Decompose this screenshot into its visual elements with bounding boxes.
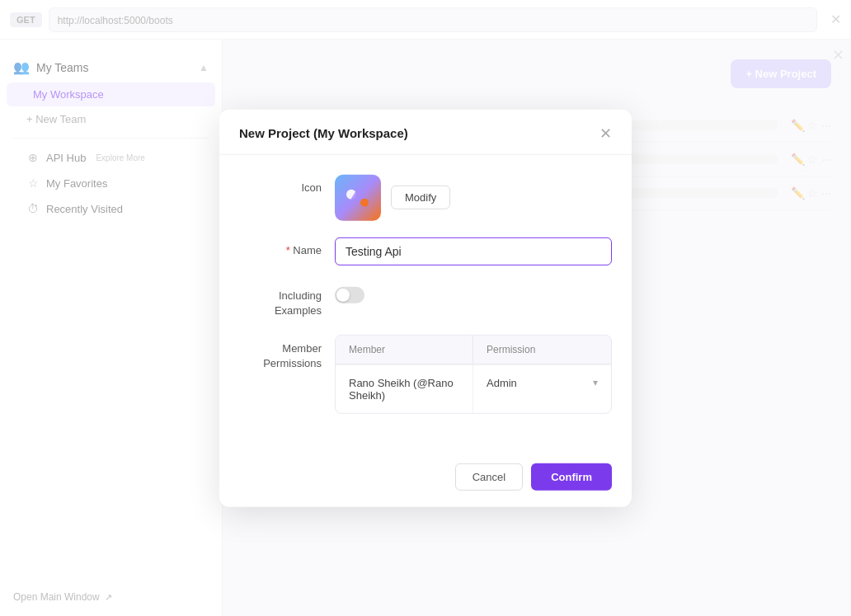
including-examples-row: IncludingExamples bbox=[239, 281, 612, 317]
icon-label: Icon bbox=[239, 174, 322, 193]
cancel-button[interactable]: Cancel bbox=[455, 463, 523, 491]
confirm-button[interactable]: Confirm bbox=[531, 463, 612, 491]
icon-row: Icon Modify bbox=[239, 174, 612, 220]
dialog-body: Icon Modify Name bbox=[219, 154, 632, 449]
member-permissions-table: Member Permission Rano Sheikh (@Rano She… bbox=[335, 335, 612, 414]
permission-cell[interactable]: Admin ▾ bbox=[473, 365, 611, 413]
member-cell: Rano Sheikh (@Rano Sheikh) bbox=[336, 365, 473, 413]
dialog-header: New Project (My Workspace) ✕ bbox=[219, 109, 632, 154]
permission-value: Admin bbox=[487, 377, 517, 389]
table-row: Rano Sheikh (@Rano Sheikh) Admin ▾ bbox=[336, 364, 611, 413]
icon-control: Modify bbox=[335, 174, 612, 220]
dialog-close-button[interactable]: ✕ bbox=[599, 125, 612, 140]
new-project-dialog: New Project (My Workspace) ✕ Icon Modify bbox=[219, 109, 632, 506]
modify-icon-button[interactable]: Modify bbox=[391, 186, 450, 209]
col-permission: Permission bbox=[473, 336, 611, 364]
member-permissions-control: Member Permission Rano Sheikh (@Rano She… bbox=[335, 335, 612, 414]
dialog-footer: Cancel Confirm bbox=[219, 450, 632, 507]
member-permissions-label: MemberPermissions bbox=[239, 335, 322, 371]
toggle-knob bbox=[336, 288, 350, 301]
permission-chevron-icon: ▾ bbox=[593, 377, 598, 388]
name-row: Name bbox=[239, 237, 612, 265]
name-control bbox=[335, 237, 612, 265]
including-examples-label: IncludingExamples bbox=[239, 281, 322, 317]
name-label: Name bbox=[239, 237, 322, 256]
including-examples-toggle[interactable] bbox=[335, 286, 364, 303]
permission-select[interactable]: Admin ▾ bbox=[487, 377, 598, 389]
col-member: Member bbox=[336, 336, 473, 364]
svg-point-2 bbox=[360, 198, 369, 206]
project-icon bbox=[335, 174, 381, 220]
member-permissions-row: MemberPermissions Member Permission Rano… bbox=[239, 335, 612, 414]
dialog-title: New Project (My Workspace) bbox=[239, 126, 408, 140]
name-input[interactable] bbox=[335, 237, 612, 265]
including-examples-control bbox=[335, 281, 612, 303]
table-header: Member Permission bbox=[336, 336, 611, 364]
